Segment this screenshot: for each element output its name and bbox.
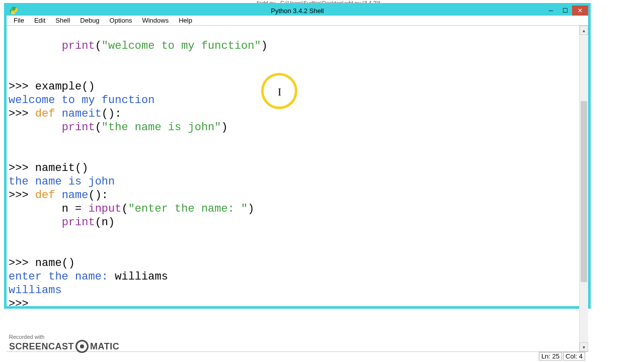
minimize-button[interactable]: ─ [544,6,558,16]
menu-options[interactable]: Options [105,16,137,25]
screencast-watermark: Recorded with SCREENCAST MATIC [9,334,119,353]
status-col: Col: 4 [563,352,585,360]
watermark-text-2: MATIC [90,341,119,352]
maximize-button[interactable]: ☐ [558,6,572,16]
code-line: >>> def name(): [9,189,108,202]
window-controls: ─ ☐ ✕ [544,6,588,16]
code-line: >>> nameit() [9,162,88,174]
title-bar[interactable]: Python 3.4.2 Shell ─ ☐ ✕ [7,6,588,16]
code-line: >>> def nameit(): [9,108,121,120]
code-line: print(n) [9,216,115,229]
menu-file[interactable]: File [9,16,29,25]
window-title: Python 3.4.2 Shell [271,7,324,15]
vertical-scrollbar[interactable]: ▴ ▾ [579,26,588,351]
scroll-thumb[interactable] [581,101,587,282]
code-line: >>> name() [9,257,75,269]
python-shell-window: Python 3.4.2 Shell ─ ☐ ✕ File Edit Shell… [4,3,591,309]
watermark-recorded-with: Recorded with [9,334,119,340]
text-cursor-icon: I [278,85,281,99]
menu-debug[interactable]: Debug [75,16,104,25]
menu-bar: File Edit Shell Debug Options Windows He… [7,16,588,26]
output-line: welcome to my function [9,94,154,107]
output-line: the name is john [9,175,115,188]
close-button[interactable]: ✕ [572,6,588,16]
menu-windows[interactable]: Windows [137,16,174,25]
watermark-circle-icon [75,340,89,353]
output-line: williams [9,284,62,297]
menu-edit[interactable]: Edit [29,16,50,25]
shell-editor[interactable]: print("welcome to my function") >>> exam… [7,26,579,351]
python-app-icon [9,6,19,16]
editor-area: print("welcome to my function") >>> exam… [7,26,588,351]
scroll-up-button[interactable]: ▴ [580,26,588,35]
code-line: >>> example() [9,80,95,93]
code-line: print("the name is john") [9,121,228,134]
scroll-down-button[interactable]: ▾ [580,342,588,351]
cursor-highlight-ring [261,73,297,109]
output-line: enter the name: williams [9,270,168,283]
code-line: print("welcome to my function") [9,40,268,52]
watermark-text-1: SCREENCAST [9,341,74,352]
code-line: n = input("enter the name: ") [9,203,255,215]
status-line: Ln: 25 [539,352,562,360]
prompt-line: >>> [9,298,35,310]
menu-help[interactable]: Help [174,16,197,25]
menu-shell[interactable]: Shell [50,16,75,25]
